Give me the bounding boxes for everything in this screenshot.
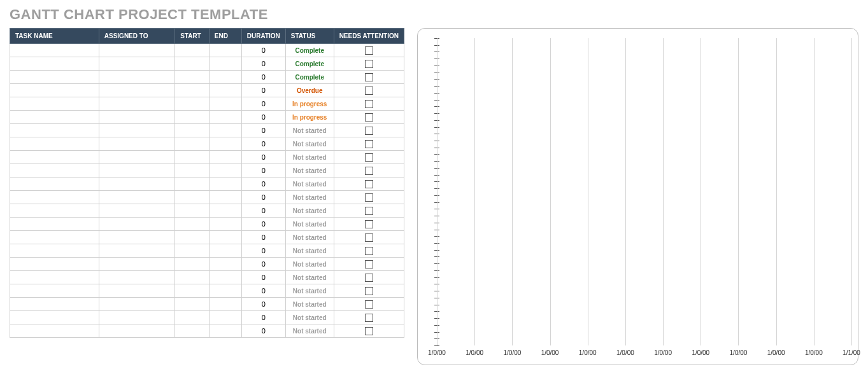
cell-assigned[interactable] [99,178,174,191]
cell-task[interactable] [10,97,99,111]
cell-assigned[interactable] [99,164,174,178]
needs-attention-checkbox[interactable] [365,73,373,81]
cell-status[interactable]: Complete [285,44,334,57]
needs-attention-checkbox[interactable] [365,300,373,309]
cell-end[interactable] [209,71,241,84]
cell-assigned[interactable] [99,97,174,111]
cell-start[interactable] [175,57,210,71]
cell-task[interactable] [10,71,99,84]
cell-task[interactable] [10,178,99,191]
cell-duration[interactable]: 0 [241,178,285,191]
cell-status[interactable]: Not started [285,178,334,191]
cell-end[interactable] [209,244,241,258]
cell-start[interactable] [175,151,210,164]
cell-status[interactable]: Overdue [285,84,334,97]
cell-task[interactable] [10,124,99,137]
cell-assigned[interactable] [99,284,174,298]
cell-status[interactable]: Not started [285,324,334,338]
cell-duration[interactable]: 0 [241,57,285,71]
cell-status[interactable]: Not started [285,218,334,231]
cell-start[interactable] [175,231,210,244]
cell-start[interactable] [175,71,210,84]
cell-task[interactable] [10,324,99,338]
cell-start[interactable] [175,111,210,124]
cell-task[interactable] [10,191,99,204]
cell-end[interactable] [209,218,241,231]
cell-duration[interactable]: 0 [241,231,285,244]
cell-end[interactable] [209,137,241,151]
cell-assigned[interactable] [99,244,174,258]
cell-status[interactable]: Not started [285,164,334,178]
cell-end[interactable] [209,178,241,191]
cell-end[interactable] [209,258,241,271]
needs-attention-checkbox[interactable] [365,167,373,175]
cell-start[interactable] [175,271,210,284]
cell-start[interactable] [175,244,210,258]
cell-task[interactable] [10,218,99,231]
cell-duration[interactable]: 0 [241,311,285,324]
cell-task[interactable] [10,57,99,71]
cell-assigned[interactable] [99,137,174,151]
cell-assigned[interactable] [99,258,174,271]
needs-attention-checkbox[interactable] [365,127,373,135]
needs-attention-checkbox[interactable] [365,60,373,68]
cell-end[interactable] [209,311,241,324]
cell-task[interactable] [10,84,99,97]
cell-start[interactable] [175,44,210,57]
cell-assigned[interactable] [99,111,174,124]
cell-task[interactable] [10,204,99,218]
cell-status[interactable]: In progress [285,111,334,124]
cell-duration[interactable]: 0 [241,218,285,231]
needs-attention-checkbox[interactable] [365,100,373,108]
cell-task[interactable] [10,111,99,124]
needs-attention-checkbox[interactable] [365,140,373,148]
cell-duration[interactable]: 0 [241,137,285,151]
needs-attention-checkbox[interactable] [365,314,373,322]
cell-status[interactable]: Not started [285,271,334,284]
cell-task[interactable] [10,164,99,178]
cell-status[interactable]: Not started [285,284,334,298]
needs-attention-checkbox[interactable] [365,46,373,55]
cell-task[interactable] [10,311,99,324]
cell-assigned[interactable] [99,231,174,244]
cell-assigned[interactable] [99,298,174,311]
needs-attention-checkbox[interactable] [365,207,373,215]
cell-status[interactable]: Not started [285,124,334,137]
cell-duration[interactable]: 0 [241,284,285,298]
cell-end[interactable] [209,204,241,218]
cell-end[interactable] [209,324,241,338]
cell-status[interactable]: Not started [285,231,334,244]
needs-attention-checkbox[interactable] [365,287,373,295]
cell-duration[interactable]: 0 [241,244,285,258]
cell-status[interactable]: Not started [285,204,334,218]
cell-end[interactable] [209,191,241,204]
cell-start[interactable] [175,137,210,151]
cell-duration[interactable]: 0 [241,191,285,204]
needs-attention-checkbox[interactable] [365,274,373,282]
cell-duration[interactable]: 0 [241,124,285,137]
cell-duration[interactable]: 0 [241,44,285,57]
cell-task[interactable] [10,137,99,151]
cell-duration[interactable]: 0 [241,258,285,271]
cell-assigned[interactable] [99,324,174,338]
needs-attention-checkbox[interactable] [365,233,373,242]
needs-attention-checkbox[interactable] [365,113,373,122]
cell-end[interactable] [209,271,241,284]
needs-attention-checkbox[interactable] [365,193,373,202]
cell-status[interactable]: Not started [285,311,334,324]
cell-status[interactable]: Complete [285,57,334,71]
needs-attention-checkbox[interactable] [365,327,373,335]
cell-assigned[interactable] [99,44,174,57]
cell-end[interactable] [209,84,241,97]
cell-status[interactable]: Not started [285,151,334,164]
needs-attention-checkbox[interactable] [365,220,373,228]
cell-end[interactable] [209,111,241,124]
cell-assigned[interactable] [99,124,174,137]
cell-end[interactable] [209,97,241,111]
cell-duration[interactable]: 0 [241,97,285,111]
cell-duration[interactable]: 0 [241,204,285,218]
cell-task[interactable] [10,244,99,258]
cell-duration[interactable]: 0 [241,298,285,311]
cell-status[interactable]: Not started [285,191,334,204]
cell-assigned[interactable] [99,57,174,71]
